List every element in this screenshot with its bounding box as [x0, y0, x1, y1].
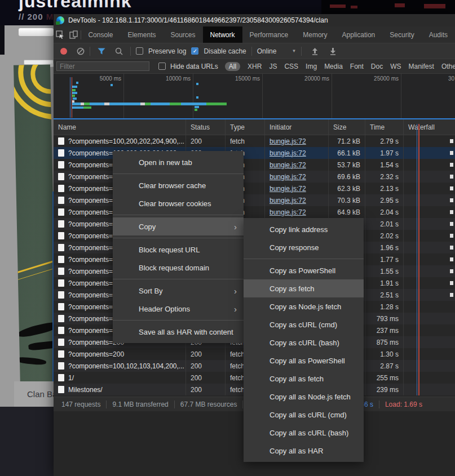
column-header-name[interactable]: Name: [54, 119, 186, 135]
search-icon[interactable]: [115, 47, 123, 55]
submenu-item-copy-as-node-js-fetch[interactable]: Copy as Node.js fetch: [244, 297, 364, 315]
hide-data-urls-checkbox[interactable]: [158, 63, 166, 70]
cell-waterfall: [404, 230, 455, 242]
submenu-item-copy-all-as-powershell[interactable]: Copy all as PowerShell: [244, 352, 364, 370]
clan-banners-button[interactable]: Clan Banners: [14, 381, 54, 407]
timeline-activity-mark: [76, 82, 78, 84]
menu-item-clear-browser-cache[interactable]: Clear browser cache: [113, 176, 244, 194]
initiator-link[interactable]: bungie.js:72: [270, 173, 306, 181]
tab-sources[interactable]: Sources: [163, 26, 202, 43]
timeline-activity-mark: [72, 92, 77, 94]
document-icon: [58, 185, 64, 192]
initiator-link[interactable]: bungie.js:72: [270, 161, 306, 169]
column-header-size[interactable]: Size: [329, 119, 365, 135]
menu-item-block-request-url[interactable]: Block request URL: [113, 241, 244, 259]
tab-security[interactable]: Security: [382, 26, 421, 43]
filter-type-media[interactable]: Media: [324, 63, 343, 70]
submenu-item-copy-as-powershell[interactable]: Copy as PowerShell: [244, 261, 364, 279]
cell-size: 70.3 kB: [329, 194, 365, 206]
filter-type-css[interactable]: CSS: [284, 63, 298, 70]
device-toolbar-icon[interactable]: [67, 26, 81, 43]
divider: [130, 47, 131, 56]
disable-cache-checkbox[interactable]: ✓: [191, 47, 198, 55]
timeline-activity-mark: [83, 106, 91, 109]
initiator-link[interactable]: bungie.js:72: [270, 185, 306, 193]
export-har-icon[interactable]: [329, 47, 337, 55]
filter-icon[interactable]: [98, 48, 105, 55]
submenu-item-copy-all-as-node-js-fetch[interactable]: Copy all as Node.js fetch: [244, 388, 364, 406]
submenu-item-copy-all-as-curl-cmd[interactable]: Copy all as cURL (cmd): [244, 406, 364, 424]
menu-separator: [113, 212, 244, 217]
submenu-item-copy-response[interactable]: Copy response: [244, 238, 364, 256]
submenu-item-copy-link-address[interactable]: Copy link address: [244, 220, 364, 238]
throttling-select[interactable]: Online: [257, 47, 277, 55]
edge-devtools-icon: [56, 16, 64, 24]
clear-icon[interactable]: [77, 47, 85, 55]
timeline-activity-mark: [72, 95, 75, 97]
timeline-gridline: [332, 74, 332, 119]
cell-time: 2.32 s: [365, 171, 404, 183]
import-har-icon[interactable]: [311, 47, 319, 55]
waterfall-bar: [450, 175, 453, 179]
waterfall-bar: [450, 293, 453, 297]
tab-audits[interactable]: Audits: [422, 26, 455, 43]
menu-item-open-in-new-tab[interactable]: Open in new tab: [113, 153, 244, 171]
table-row[interactable]: ?components=100,200,202,204,900,...200fe…: [54, 135, 455, 147]
menu-item-copy[interactable]: Copy›: [113, 217, 244, 235]
initiator-link[interactable]: bungie.js:72: [270, 149, 306, 157]
inspect-element-icon[interactable]: [54, 26, 67, 43]
tab-elements[interactable]: Elements: [120, 26, 163, 43]
tab-network[interactable]: Network: [203, 26, 242, 43]
tab-application[interactable]: Application: [335, 26, 383, 43]
chevron-down-icon[interactable]: ▼: [291, 48, 296, 54]
cell-waterfall: [404, 135, 455, 147]
cell-waterfall: [404, 253, 455, 265]
tab-performance[interactable]: Performance: [242, 26, 296, 43]
waterfall-bar: [450, 234, 453, 238]
cell-waterfall: [404, 289, 455, 301]
submenu-item-copy-all-as-curl-bash[interactable]: Copy all as cURL (bash): [244, 424, 364, 442]
filter-type-manifest[interactable]: Manifest: [409, 63, 434, 70]
timeline-activity-mark: [196, 83, 198, 85]
filter-input[interactable]: [56, 61, 149, 71]
menu-item-clear-browser-cookies[interactable]: Clear browser cookies: [113, 194, 244, 212]
cell-size: 62.3 kB: [329, 183, 365, 194]
menu-item-block-request-domain[interactable]: Block request domain: [113, 259, 244, 277]
column-header-initiator[interactable]: Initiator: [265, 119, 329, 135]
filter-type-js[interactable]: JS: [269, 63, 277, 70]
devtools-titlebar[interactable]: DevTools - 192.168.1.117:3000/1/46116860…: [54, 14, 455, 26]
filter-type-img[interactable]: Img: [306, 63, 317, 70]
initiator-link[interactable]: bungie.js:72: [270, 197, 306, 204]
filter-type-ws[interactable]: WS: [390, 63, 401, 70]
copy-submenu: Copy link addressCopy responseCopy as Po…: [244, 218, 364, 462]
waterfall-bar: [450, 257, 453, 261]
submenu-item-copy-as-curl-bash[interactable]: Copy as cURL (bash): [244, 333, 364, 352]
filter-type-doc[interactable]: Doc: [371, 63, 383, 70]
submenu-item-copy-as-curl-cmd[interactable]: Copy as cURL (cmd): [244, 315, 364, 333]
network-overview-timeline[interactable]: 5000 ms10000 ms15000 ms20000 ms25000 ms3…: [54, 74, 455, 119]
initiator-link[interactable]: bungie.js:72: [270, 137, 306, 145]
column-header-type[interactable]: Type: [226, 119, 265, 135]
tab-console[interactable]: Console: [81, 26, 120, 43]
column-header-status[interactable]: Status: [186, 119, 226, 135]
preserve-log-checkbox[interactable]: [136, 47, 143, 55]
filter-type-other[interactable]: Other: [441, 63, 455, 70]
column-header-time[interactable]: Time: [365, 119, 404, 135]
menu-item-sort-by[interactable]: Sort By›: [113, 282, 244, 300]
tab-memory[interactable]: Memory: [295, 26, 334, 43]
filter-type-all[interactable]: All: [225, 62, 240, 71]
filter-type-xhr[interactable]: XHR: [248, 63, 262, 70]
column-header-waterfall[interactable]: Waterfall: [404, 119, 455, 135]
cell-time: 875 ms: [365, 336, 404, 348]
submenu-item-copy-all-as-har[interactable]: Copy all as HAR: [244, 442, 364, 460]
submenu-item-copy-all-as-fetch[interactable]: Copy all as fetch: [244, 370, 364, 388]
record-button[interactable]: [60, 48, 67, 55]
menu-item-header-options[interactable]: Header Options›: [113, 300, 244, 318]
timeline-activity-mark: [111, 84, 113, 86]
document-icon: [58, 244, 64, 251]
initiator-link[interactable]: bungie.js:72: [270, 208, 306, 216]
network-toolbar: Preserve log ✓ Disable cache Online ▼: [54, 43, 455, 59]
filter-type-font[interactable]: Font: [350, 63, 364, 70]
menu-item-save-all-as-har-with-content[interactable]: Save all as HAR with content: [113, 323, 244, 341]
submenu-item-copy-as-fetch[interactable]: Copy as fetch: [244, 279, 364, 297]
